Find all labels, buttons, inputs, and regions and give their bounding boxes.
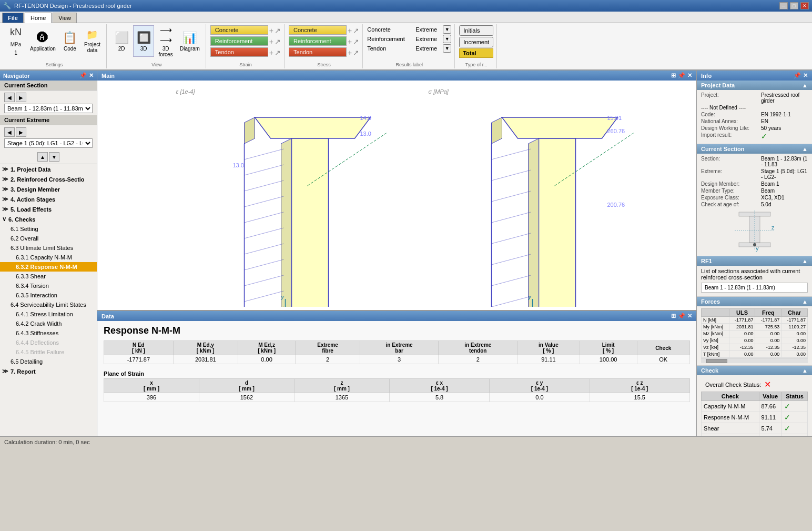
check-section: Check ▲ Overall Check Status: ✕ Check Va… [697, 366, 812, 436]
data-filter-icon[interactable]: ⊞ [671, 313, 676, 319]
tree-item-4[interactable]: ≫ 4. Action Stages [0, 194, 97, 204]
filter-icon[interactable]: ⊞ [671, 72, 676, 79]
plane-of-strain-label: Plane of Strain [104, 370, 690, 377]
tree-item-5[interactable]: ≫ 5. Load Effects [0, 204, 97, 214]
forces-scrollbar[interactable] [701, 358, 808, 363]
strain-concrete-button[interactable]: Concrete [210, 25, 268, 35]
tree-item-6-3-5[interactable]: 6.3.5 Interaction [0, 290, 97, 300]
current-section-select[interactable]: Beam 1 - 12.83m (1 - 11.83m) [4, 104, 93, 113]
section-next-button[interactable]: ▶ [16, 93, 26, 102]
extreme-next-button[interactable]: ▶ [16, 127, 26, 137]
tree-item-6-3[interactable]: 6.3 Ultimate Limit States [0, 243, 97, 253]
tree-item-2[interactable]: ≫ 2. Reinforced Cross-Sectio [0, 174, 97, 184]
dim-13b: 13.0 [233, 162, 244, 168]
svg-line-31 [492, 254, 531, 265]
forces-header[interactable]: Forces ▲ [697, 297, 812, 306]
tree-item-6-4-1[interactable]: 6.4.1 Stress Limitation [0, 309, 97, 319]
ribbon-group-settings: kNMPa 1 🅐 Application 📋 Code 📁 Projectda… [2, 24, 107, 68]
canvas-area[interactable]: ε [1e-4] [97, 81, 696, 307]
main-close-icon[interactable]: ✕ [687, 72, 692, 79]
extreme-prev-button[interactable]: ◀ [4, 127, 15, 137]
forces-label: Forces [701, 298, 720, 305]
3d-button[interactable]: 🔲 3D [133, 25, 154, 57]
current-extreme-header[interactable]: Current Extreme [0, 115, 97, 125]
close-button[interactable]: ✕ [800, 2, 809, 9]
strain-reinforcement-button[interactable]: Reinforcement [210, 36, 268, 46]
maximize-button[interactable]: □ [790, 2, 798, 9]
current-extreme-content: ◀ ▶ Stage 1 (5.0d): LG1 - LG2 - LG3 [0, 125, 97, 150]
project-data-header[interactable]: Project Data ▲ [697, 81, 812, 90]
tree-item-6-1[interactable]: 6.1 Setting [0, 224, 97, 234]
code-label: Code [64, 46, 76, 52]
units-button[interactable]: kNMPa 1 [5, 25, 26, 57]
3d-forces-button[interactable]: ⟶⟶ 3Dforces [155, 25, 176, 57]
tree-item-7[interactable]: ≫ 7. Report [0, 366, 97, 376]
rf1-header[interactable]: RF1 ▲ [697, 256, 812, 266]
check-header[interactable]: Check ▲ [697, 366, 812, 375]
tree-item-6-3-2[interactable]: 6.3.2 Response N-M-M [0, 262, 97, 272]
2d-button[interactable]: ⬜ 2D [111, 25, 132, 57]
stress-reinforcement-button[interactable]: Reinforcement [289, 36, 347, 46]
code-button[interactable]: 📋 Code [59, 25, 80, 57]
ribbon-tabs: File Home View [0, 12, 812, 23]
strain-tendon-button[interactable]: Tendon [210, 47, 268, 57]
tree-item-6-4[interactable]: 6.4 Serviceability Limit States [0, 300, 97, 309]
data-close-icon[interactable]: ✕ [687, 313, 692, 319]
import-result-label: Import result: [701, 132, 759, 141]
tree-label-6-4-5: 6.4.5 Brittle Failure [16, 349, 64, 355]
nav-pin-icon[interactable]: 📌 [79, 72, 87, 79]
tree-item-6[interactable]: ∨ 6. Checks [0, 214, 97, 224]
tree-item-6-2[interactable]: 6.2 Overall [0, 234, 97, 243]
tree-item-6-3-4[interactable]: 6.3.4 Torsion [0, 281, 97, 290]
extreme-info-value: Stage 1 (5.0d): LG1 - LG2- [761, 168, 808, 180]
tree-item-6-4-2[interactable]: 6.4.2 Crack Width [0, 319, 97, 328]
increment-button[interactable]: Increment [459, 37, 493, 47]
info-pin-icon[interactable]: 📌 [794, 72, 801, 79]
main-pin-icon[interactable]: 📌 [678, 72, 685, 79]
stress-concrete-button[interactable]: Concrete [289, 25, 347, 35]
overall-check-label: Overall Check Status: [705, 382, 761, 388]
tendon-label-dropdown[interactable]: ▼ [443, 44, 451, 53]
tree-item-6-3-1[interactable]: 6.3.1 Capacity N-M-M [0, 253, 97, 262]
check-row-shear: Shear 5.74 ✓ [702, 423, 808, 434]
tree-chevron-3: ≫ [2, 186, 8, 193]
tree-item-3[interactable]: ≫ 3. Design Member [0, 184, 97, 194]
tree-label-6-4-2: 6.4.2 Crack Width [16, 320, 62, 327]
reinf-label-dropdown[interactable]: ▼ [443, 35, 451, 43]
beam-top-flange-right [502, 117, 618, 138]
svg-line-11 [245, 259, 284, 270]
current-extreme-select[interactable]: Stage 1 (5.0d): LG1 - LG2 - LG3 [4, 138, 93, 148]
tree-item-6-5[interactable]: 6.5 Detailing [0, 357, 97, 366]
tab-file[interactable]: File [2, 13, 24, 23]
minimize-button[interactable]: ─ [779, 2, 788, 9]
concrete-label-dropdown[interactable]: ▼ [443, 25, 451, 34]
nav-down-button[interactable]: ▼ [49, 152, 59, 162]
navigator-tree: ≫ 1. Project Data ≫ 2. Reinforced Cross-… [0, 164, 97, 436]
section-prev-button[interactable]: ◀ [4, 93, 15, 102]
current-section-info-header[interactable]: Current Section ▲ [697, 144, 812, 154]
tree-item-6-4-3[interactable]: 6.4.3 Stiffnesses [0, 328, 97, 338]
current-section-header[interactable]: Current Section [0, 81, 97, 91]
data-pin-icon[interactable]: 📌 [678, 313, 685, 319]
diagram-button[interactable]: 📊 Diagram [177, 25, 202, 57]
stress-tendon-button[interactable]: Tendon [289, 47, 347, 57]
beam-top-flange-left [255, 117, 371, 138]
tree-label-6-3-5: 6.3.5 Interaction [16, 292, 57, 298]
nav-close-icon[interactable]: ✕ [89, 72, 94, 79]
force-row-My: My [kNm] 2031.81 725.53 1100.27 [702, 324, 808, 330]
tab-view[interactable]: View [53, 13, 77, 23]
total-button[interactable]: Total [459, 48, 493, 58]
tree-item-6-3-3[interactable]: 6.3.3 Shear [0, 272, 97, 281]
col-check: Check [637, 341, 689, 355]
tree-item-1[interactable]: ≫ 1. Project Data [0, 164, 97, 174]
application-button[interactable]: 🅐 Application [27, 25, 58, 57]
main-panel: Main ⊞ 📌 ✕ ε [1e-4] [97, 71, 696, 310]
initials-button[interactable]: Initials [459, 25, 493, 36]
data-panel-header: Data ⊞ 📌 ✕ [97, 311, 696, 321]
nav-up-button[interactable]: ▲ [37, 152, 48, 162]
tab-home[interactable]: Home [25, 13, 52, 23]
project-data-button[interactable]: 📁 Projectdata [82, 25, 103, 57]
col-extreme-fibre: Extremefibre [296, 341, 360, 355]
info-close-icon[interactable]: ✕ [803, 72, 808, 79]
svg-line-6 [245, 181, 284, 191]
